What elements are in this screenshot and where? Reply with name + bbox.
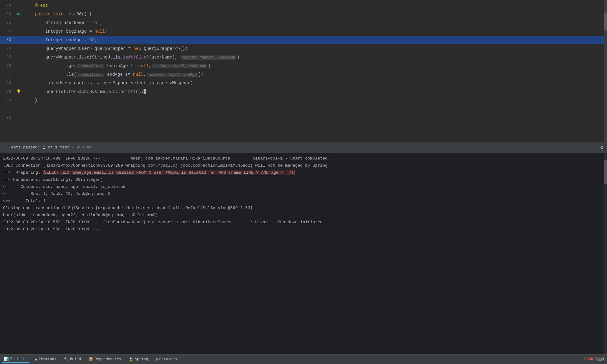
console-line: <== Total: 1 <box>3 198 604 204</box>
line-content: .le( condition: endAge != null, column: … <box>22 70 607 79</box>
code-line: 85 queryWrapper.like(StringUtils.isNotBl… <box>0 53 607 62</box>
annotation: @Test <box>25 3 48 8</box>
build-icon: 🔨 <box>64 357 69 362</box>
line-number: 91 <box>0 105 15 113</box>
line-number: 86 <box>0 62 15 70</box>
code-editor: 79 @Test 80 ● ▶ public void test06() { 8… <box>0 0 607 142</box>
line-content: @Test <box>22 1 607 10</box>
arrow-icon: ▶ <box>18 10 21 18</box>
console-scrollbar[interactable] <box>604 153 607 354</box>
line-number: 80 <box>0 10 15 18</box>
line-content: } <box>22 105 607 113</box>
build-label: Build <box>70 357 81 362</box>
line-content: Integer endAge = 30; <box>22 36 607 44</box>
test-count: 1 <box>43 145 46 150</box>
toolbar-item-terminal[interactable]: ▶ Terminal <box>34 356 58 362</box>
line-content: queryWrapper.like(StringUtils.isNotBlank… <box>22 53 607 62</box>
code-line: 91 } <box>0 105 607 113</box>
spring-label: Spring <box>135 357 148 362</box>
line-number: 90 <box>0 96 15 105</box>
line-content: Integer beginAge = null; <box>22 27 607 36</box>
line-number: 79 <box>0 1 15 10</box>
console-line: Closing non transactional SqlSession [or… <box>3 205 604 212</box>
code-line: 90 ▾ } <box>0 96 607 105</box>
code-line: 88 List<User> userList = userMapper.sele… <box>0 79 607 87</box>
line-number: 81 <box>0 18 15 27</box>
line-number: 84 <box>0 44 15 53</box>
console-scroll-thumb <box>604 160 607 184</box>
line-number: 87 <box>0 70 15 79</box>
fold-marker: ▾ <box>18 96 19 105</box>
services-label: Services <box>159 357 177 362</box>
console-output: 2022-06-09 20:24:18.491 INFO 10120 --- [… <box>0 153 604 354</box>
csdn-label: CSDN <box>584 357 593 362</box>
toolbar-item-services[interactable]: ⚙ Services <box>154 356 178 362</box>
line-number: 82 <box>0 27 15 36</box>
csdn-badge[interactable]: CSDN 关注我 <box>584 357 605 362</box>
user-label: 关注我 <box>594 357 605 362</box>
test-of-text: of 1 test <box>48 145 69 150</box>
line-number: 85 <box>0 53 15 62</box>
code-line: 83 Integer endAge = 30; <box>0 36 607 44</box>
editor-scroll-thumb <box>604 12 607 31</box>
line-content: String userName = "a"; <box>22 18 607 27</box>
console-line: JDBC Connection [HikariProxyConnection@7… <box>3 162 604 169</box>
line-content: QueryWrapper<User> queryWrapper = new Qu… <box>22 44 607 53</box>
code-line: 92 <box>0 113 607 122</box>
line-gutter: 💡 <box>15 87 22 96</box>
terminal-icon: ▶ <box>35 357 38 362</box>
line-number: 88 <box>0 79 15 87</box>
line-gutter: ● ▶ <box>15 10 22 18</box>
spring-icon: 🍃 <box>128 357 133 362</box>
code-line: 86 .ge( condition: beginAge != null, col… <box>0 62 607 70</box>
console-line: 2022-06-09 20:24:18.553 INFO 10120 --- [… <box>3 219 604 226</box>
code-line: 82 Integer beginAge = null; <box>0 27 607 36</box>
toolbar-item-build[interactable]: 🔨 Build <box>63 356 82 362</box>
line-number: 83 <box>0 36 15 44</box>
bulb-icon: 💡 <box>16 87 21 96</box>
code-line: 87 .le( condition: endAge != null, colum… <box>0 70 607 79</box>
console-line: ==> Parameters: %a%(String), 30(Integer) <box>3 176 604 183</box>
dependencies-label: Dependencies <box>95 357 121 362</box>
line-gutter: ▾ <box>15 96 22 105</box>
line-content: public void test06() { <box>22 10 607 18</box>
code-line: 89 💡 userList.forEach(System.out::printl… <box>0 87 607 96</box>
test-results-bar: ✓ Tests passed: 1 of 1 test – 458 ms ⚙ <box>0 142 607 153</box>
services-icon: ⚙ <box>156 357 158 362</box>
console-line: 2022-06-09 20:24:18.491 INFO 10120 --- [… <box>3 155 604 162</box>
run-icon[interactable]: ● <box>16 10 18 18</box>
terminal-label: Terminal <box>39 357 56 362</box>
bottom-toolbar: 📊 Profiler ▶ Terminal 🔨 Build 📦 Dependen… <box>0 354 607 364</box>
line-number: 89 <box>0 87 15 96</box>
profiler-label: Profiler <box>10 357 28 361</box>
line-content: } <box>22 96 607 105</box>
console-line: User(uid=1, name=Jack, age=22, email=Jac… <box>3 212 604 219</box>
console-line: 2022-06-09 20:24:18.558 INFO 10120 --- <box>3 226 604 233</box>
line-content: List<User> userList = userMapper.selectL… <box>22 79 607 87</box>
line-content: userList.forEach(System.out::println);| <box>22 87 607 96</box>
line-content: .ge( condition: beginAge != null, column… <box>22 62 607 71</box>
test-pass-icon: ✓ <box>4 145 6 150</box>
code-lines: 79 @Test 80 ● ▶ public void test06() { 8… <box>0 0 607 142</box>
settings-icon[interactable]: ⚙ <box>600 144 603 151</box>
code-line: 79 @Test <box>0 1 607 10</box>
test-bar-text: Tests passed: <box>9 145 40 150</box>
console-line: <== Row: 1, Jack, 22, Jack@qq.com, 0 <box>3 191 604 197</box>
code-line: 84 QueryWrapper<User> queryWrapper = new… <box>0 44 607 53</box>
toolbar-item-spring[interactable]: 🍃 Spring <box>127 356 149 362</box>
test-time: – 458 ms <box>72 145 91 150</box>
code-line: 80 ● ▶ public void test06() { <box>0 10 607 18</box>
toolbar-right: CSDN 关注我 <box>584 357 605 362</box>
console-area: 2022-06-09 20:24:18.491 INFO 10120 --- [… <box>0 153 607 354</box>
console-line: <== Columns: uid, name, age, email, is_d… <box>3 184 604 190</box>
toolbar-item-dependencies[interactable]: 📦 Dependencies <box>87 356 122 362</box>
code-line: 81 String userName = "a"; <box>0 18 607 27</box>
profiler-icon: 📊 <box>4 357 9 362</box>
console-line-sql: ==> Preparing: SELECT uid,name,age,email… <box>3 169 604 176</box>
toolbar-item-profiler[interactable]: 📊 Profiler <box>2 356 29 363</box>
dependencies-icon: 📦 <box>88 357 93 362</box>
line-number: 92 <box>0 113 15 122</box>
editor-scrollbar[interactable] <box>604 0 607 142</box>
sql-highlight: SELECT uid,name,age,email,is_deleted FRO… <box>43 170 295 175</box>
